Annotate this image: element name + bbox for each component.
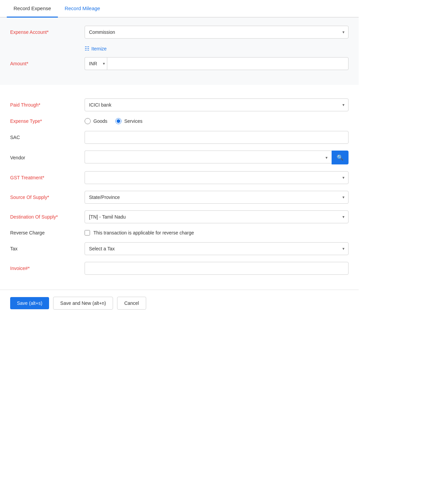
expense-type-services[interactable]: Services [115,118,142,124]
destination-of-supply-label: Destination Of Supply* [10,214,85,220]
paid-through-row: Paid Through* ICICI bank ▾ [10,98,349,111]
source-of-supply-label: Source Of Supply* [10,195,85,200]
expense-account-select[interactable]: Commission [85,26,349,39]
form-footer: Save (alt+s) Save and New (alt+n) Cancel [0,290,359,316]
source-of-supply-row: Source Of Supply* State/Province ▾ [10,191,349,204]
currency-wrap: INR ▾ [85,57,107,70]
paid-through-label: Paid Through* [10,102,85,108]
top-form-section: Expense Account* Commission ▾ ☷ Itemize … [0,18,359,85]
services-radio[interactable] [115,118,121,124]
reverse-charge-wrap: This transaction is applicable for rever… [85,230,349,235]
goods-radio[interactable] [85,118,91,124]
sac-label: SAC [10,135,85,140]
gst-treatment-select[interactable] [85,171,349,184]
tax-label: Tax [10,246,85,251]
save-button[interactable]: Save (alt+s) [10,297,49,309]
tax-wrap: Select a Tax ▾ [85,242,349,255]
source-of-supply-select[interactable]: State/Province [85,191,349,204]
reverse-charge-label: Reverse Charge [10,230,85,235]
tax-row: Tax Select a Tax ▾ [10,242,349,255]
gst-treatment-row: GST Treatment* ▾ [10,171,349,184]
amount-inputs: INR ▾ 2000 [85,57,349,70]
reverse-charge-checkbox-wrap: This transaction is applicable for rever… [85,230,349,235]
gst-treatment-label: GST Treatment* [10,175,85,180]
paid-through-select[interactable]: ICICI bank [85,98,349,111]
tab-bar: Record Expense Record Mileage [0,0,359,18]
reverse-charge-checkbox-label: This transaction is applicable for rever… [93,230,194,235]
sac-wrap [85,131,349,144]
itemize-row: ☷ Itemize [10,43,349,52]
amount-row: Amount* INR ▾ 2000 [10,57,349,70]
tab-record-expense[interactable]: Record Expense [7,0,58,18]
vendor-search-button[interactable]: 🔍 [332,151,349,164]
itemize-label: Itemize [91,46,107,51]
section-divider [0,85,359,90]
source-of-supply-wrap: State/Province ▾ [85,191,349,204]
itemize-icon: ☷ [85,45,89,52]
reverse-charge-checkbox[interactable] [85,230,90,235]
services-label: Services [124,118,142,124]
expense-account-row: Expense Account* Commission ▾ [10,26,349,39]
expense-type-label: Expense Type* [10,118,85,124]
itemize-link[interactable]: ☷ Itemize [85,45,107,52]
amount-input[interactable]: 2000 [107,57,349,70]
sac-row: SAC [10,131,349,144]
expense-type-radio-group: Goods Services [85,118,349,124]
invoice-input[interactable] [85,262,349,275]
vendor-input-group: ▾ 🔍 [85,151,349,164]
goods-label: Goods [93,118,107,124]
reverse-charge-row: Reverse Charge This transaction is appli… [10,230,349,235]
tab-record-mileage[interactable]: Record Mileage [58,0,107,18]
expense-type-goods[interactable]: Goods [85,118,107,124]
amount-wrap: INR ▾ 2000 [85,57,349,70]
invoice-row: Invoice#* [10,262,349,275]
destination-of-supply-wrap: [TN] - Tamil Nadu ▾ [85,210,349,223]
vendor-wrap: ▾ 🔍 [85,151,349,164]
sac-input[interactable] [85,131,349,144]
invoice-wrap [85,262,349,275]
expense-account-wrap: Commission ▾ [85,26,349,39]
save-and-new-button[interactable]: Save and New (alt+n) [53,297,113,310]
expense-type-row: Expense Type* Goods Services [10,118,349,124]
vendor-row: Vendor ▾ 🔍 [10,151,349,164]
destination-of-supply-select[interactable]: [TN] - Tamil Nadu [85,210,349,223]
cancel-button[interactable]: Cancel [117,297,146,310]
search-icon: 🔍 [337,154,343,161]
vendor-select[interactable] [85,151,332,163]
vendor-label: Vendor [10,155,85,160]
vendor-select-wrap: ▾ [85,151,332,164]
tax-select[interactable]: Select a Tax [85,242,349,255]
expense-type-wrap: Goods Services [85,118,349,124]
paid-through-wrap: ICICI bank ▾ [85,98,349,111]
amount-label: Amount* [10,61,85,66]
currency-select[interactable]: INR [85,57,107,70]
destination-of-supply-row: Destination Of Supply* [TN] - Tamil Nadu… [10,210,349,223]
expense-account-label: Expense Account* [10,29,85,35]
bottom-form-section: Paid Through* ICICI bank ▾ Expense Type*… [0,90,359,290]
gst-treatment-wrap: ▾ [85,171,349,184]
invoice-label: Invoice#* [10,266,85,271]
